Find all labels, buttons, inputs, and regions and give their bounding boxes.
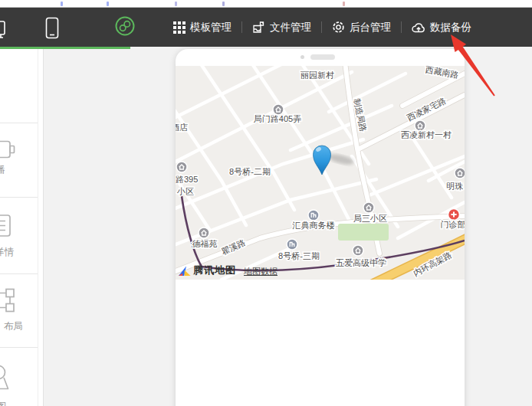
bookmark-mark bbox=[343, 2, 345, 6]
browser-edge-strip bbox=[0, 0, 532, 8]
svg-text:五爱高级中学: 五爱高级中学 bbox=[336, 258, 386, 267]
carousel-icon bbox=[0, 139, 15, 164]
sidebar-item-detail[interactable]: 详情 bbox=[0, 214, 44, 262]
svg-text:小区: 小区 bbox=[176, 187, 194, 196]
menu-data-backup[interactable]: 数据备份 bbox=[412, 21, 471, 34]
bookmark-mark bbox=[107, 2, 109, 6]
menu-backend-manage[interactable]: 后台管理 bbox=[332, 21, 391, 34]
sidebar-item-label: 图 bbox=[0, 401, 7, 406]
map-park bbox=[338, 224, 389, 241]
svg-text:局三小区: 局三小区 bbox=[353, 214, 387, 223]
sidebar-divider bbox=[0, 197, 38, 198]
map-provider-name[interactable]: 腾讯地图 bbox=[193, 264, 236, 277]
sidebar-item-map[interactable]: 图 bbox=[0, 365, 44, 406]
svg-text:路395: 路395 bbox=[176, 175, 198, 184]
editor-topbar: 模板管理 文件管理 后台管理 数据备份 bbox=[0, 8, 532, 47]
menu-label: 后台管理 bbox=[350, 21, 391, 34]
detail-doc-icon bbox=[0, 214, 15, 241]
svg-text:汇典商务楼: 汇典商务楼 bbox=[292, 221, 335, 230]
mobile-preview-icon[interactable] bbox=[44, 17, 60, 43]
tencent-map-widget[interactable]: 丽园新村 西藏南路 制造局路 西凌家宅路 西凌新村一村 局门路405弄 酒店 8… bbox=[176, 66, 465, 280]
sidebar-item-label: 布局 bbox=[4, 320, 23, 333]
sidebar-item-label: 详情 bbox=[0, 246, 14, 259]
sidebar-item-carousel[interactable]: 播 bbox=[0, 139, 44, 185]
cloud-upload-icon bbox=[412, 21, 425, 34]
bookmark-mark bbox=[61, 2, 63, 6]
menu-template-manage[interactable]: 模板管理 bbox=[173, 21, 232, 34]
sidebar-item-label: 播 bbox=[0, 164, 5, 177]
file-icon bbox=[252, 21, 265, 34]
map-attribution: 腾讯地图 地图数据 bbox=[178, 264, 277, 277]
layout-icon bbox=[0, 288, 23, 316]
clinic-poi-icon bbox=[448, 209, 460, 221]
svg-text:酒店: 酒店 bbox=[176, 123, 188, 132]
gear-icon bbox=[332, 21, 345, 34]
svg-text:8号桥-三期: 8号桥-三期 bbox=[278, 251, 320, 260]
map-data-link[interactable]: 地图数据 bbox=[244, 266, 277, 277]
svg-text:门诊部: 门诊部 bbox=[441, 220, 465, 229]
menu-divider bbox=[401, 21, 402, 33]
grid-icon bbox=[173, 21, 186, 34]
sidebar-item-layout[interactable]: 布局 bbox=[0, 288, 44, 336]
svg-text:丽园新村: 丽园新村 bbox=[300, 70, 334, 80]
sidebar-divider bbox=[0, 273, 38, 274]
tencent-map-logo-icon[interactable] bbox=[178, 266, 191, 277]
svg-text:8号桥-二期: 8号桥-二期 bbox=[229, 167, 271, 176]
map-pin-outline-icon bbox=[0, 365, 17, 397]
menu-label: 文件管理 bbox=[270, 21, 311, 34]
link-icon[interactable] bbox=[113, 15, 136, 41]
component-sidebar: 播 详情 布局 图 bbox=[0, 49, 44, 406]
phone-preview-frame: 丽园新村 西藏南路 制造局路 西凌家宅路 西凌新村一村 局门路405弄 酒店 8… bbox=[176, 49, 465, 406]
bookmark-mark bbox=[175, 2, 177, 6]
desktop-preview-icon[interactable] bbox=[0, 21, 8, 45]
bookmark-mark bbox=[222, 2, 225, 6]
phone-speaker bbox=[310, 54, 335, 60]
phone-camera-dot bbox=[300, 55, 304, 59]
map-canvas: 丽园新村 西藏南路 制造局路 西凌家宅路 西凌新村一村 局门路405弄 酒店 8… bbox=[176, 66, 465, 280]
menu-file-manage[interactable]: 文件管理 bbox=[252, 21, 311, 34]
sidebar-divider bbox=[0, 123, 38, 123]
menu-label: 数据备份 bbox=[430, 21, 471, 34]
sidebar-divider bbox=[0, 347, 38, 348]
menu-divider bbox=[321, 21, 322, 33]
menu-divider bbox=[241, 21, 242, 33]
svg-text:西凌新村一村: 西凌新村一村 bbox=[401, 130, 452, 139]
menu-label: 模板管理 bbox=[190, 21, 232, 34]
svg-text:局门路405弄: 局门路405弄 bbox=[254, 114, 301, 123]
topbar-menu: 模板管理 文件管理 后台管理 数据备份 bbox=[173, 8, 471, 47]
svg-text:德福苑: 德福苑 bbox=[192, 239, 218, 248]
svg-text:明珠: 明珠 bbox=[446, 182, 463, 191]
